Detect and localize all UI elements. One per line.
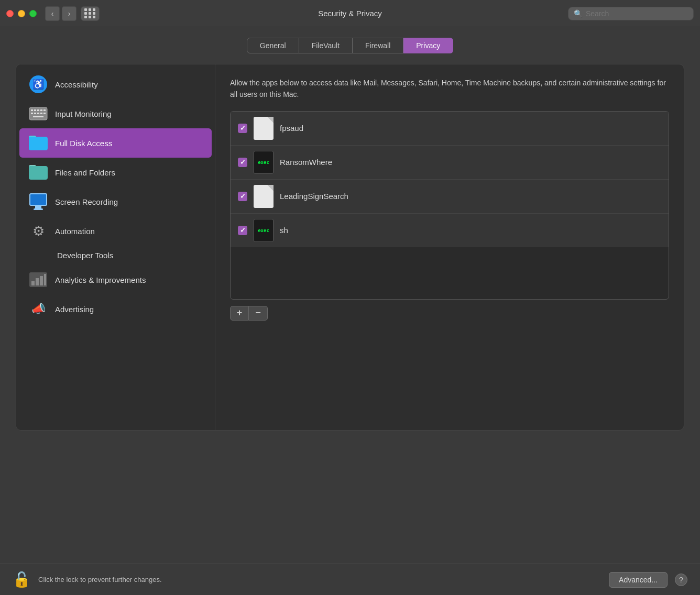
maximize-button[interactable] [29, 10, 37, 17]
window-title: Security & Privacy [318, 9, 382, 18]
keyboard-icon [29, 104, 48, 123]
checkmark-icon: ✓ [240, 192, 246, 200]
svg-rect-4 [40, 109, 42, 111]
sidebar-item-input-monitoring[interactable]: Input Monitoring [19, 99, 212, 128]
tab-firewall[interactable]: Firewall [353, 38, 403, 53]
app-name: LeadingSignSearch [280, 192, 348, 201]
exec-icon: exec [254, 151, 274, 174]
gear-icon: ⚙ [29, 222, 48, 240]
search-box[interactable]: 🔍 [568, 7, 694, 20]
minimize-button[interactable] [18, 10, 25, 17]
folder-blue-icon [29, 134, 48, 152]
app-checkbox-sh[interactable]: ✓ [238, 226, 247, 235]
tab-privacy[interactable]: Privacy [403, 38, 453, 53]
sidebar-item-label: Analytics & Improvements [55, 276, 146, 284]
table-row: ✓ fpsaud [231, 112, 669, 146]
traffic-lights [6, 10, 37, 17]
tab-filevault[interactable]: FileVault [299, 38, 353, 53]
sidebar-item-advertising[interactable]: 📣 Advertising [19, 294, 212, 324]
add-app-button[interactable]: + [230, 306, 249, 321]
nav-buttons: ‹ › [45, 6, 76, 21]
search-input[interactable] [586, 9, 688, 18]
app-checkbox-ransomwhere[interactable]: ✓ [238, 158, 247, 167]
remove-app-button[interactable]: − [249, 306, 268, 321]
svg-rect-16 [44, 274, 46, 285]
lock-text: Click the lock to prevent further change… [38, 576, 601, 583]
svg-rect-14 [36, 278, 39, 285]
sidebar-item-label: Developer Tools [57, 251, 113, 260]
sidebar: ♿ Accessibility [16, 64, 215, 430]
svg-rect-1 [31, 109, 33, 111]
app-name: RansomWhere [280, 158, 332, 167]
tabs-bar: General FileVault Firewall Privacy [16, 38, 684, 53]
sidebar-item-automation[interactable]: ⚙ Automation [19, 216, 212, 246]
advanced-button[interactable]: Advanced... [609, 572, 668, 588]
checkmark-icon: ✓ [240, 226, 246, 234]
grid-button[interactable] [81, 6, 100, 21]
help-button[interactable]: ? [675, 574, 687, 586]
monitor-icon [29, 192, 48, 211]
tab-general[interactable]: General [247, 38, 299, 53]
close-button[interactable] [6, 10, 14, 17]
table-row: ✓ exec RansomWhere [231, 146, 669, 180]
svg-rect-11 [33, 116, 43, 117]
sidebar-item-screen-recording[interactable]: Screen Recording [19, 187, 212, 216]
svg-rect-10 [43, 113, 46, 114]
svg-rect-7 [34, 113, 36, 114]
sidebar-item-files-and-folders[interactable]: Files and Folders [19, 158, 212, 187]
app-checkbox-leadingsignsearch[interactable]: ✓ [238, 192, 247, 201]
analytics-icon [29, 270, 48, 289]
lock-icon[interactable]: 🔓 [13, 571, 31, 588]
svg-rect-2 [34, 109, 36, 111]
main-content: General FileVault Firewall Privacy ♿ Acc… [0, 27, 700, 564]
doc-icon [254, 185, 274, 208]
sidebar-item-label: Files and Folders [55, 168, 115, 177]
exec-icon: exec [254, 219, 274, 242]
sidebar-item-accessibility[interactable]: ♿ Accessibility [19, 70, 212, 99]
sidebar-item-label: Full Disk Access [55, 139, 112, 148]
sidebar-item-label: Screen Recording [55, 197, 118, 206]
sidebar-item-label: Input Monitoring [55, 109, 112, 118]
list-controls: + − [230, 306, 669, 321]
bottom-bar: 🔓 Click the lock to prevent further chan… [0, 564, 700, 595]
settings-panel: ♿ Accessibility [16, 64, 684, 431]
svg-rect-9 [40, 113, 42, 114]
forward-button[interactable]: › [62, 6, 76, 21]
sidebar-item-developer-tools[interactable]: Developer Tools [19, 246, 212, 265]
megaphone-icon: 📣 [29, 300, 48, 318]
sidebar-item-full-disk-access[interactable]: Full Disk Access [19, 128, 212, 158]
doc-icon [254, 117, 274, 140]
sidebar-item-analytics[interactable]: Analytics & Improvements [19, 265, 212, 294]
back-button[interactable]: ‹ [45, 6, 60, 21]
svg-rect-13 [31, 281, 35, 285]
sidebar-item-label: Advertising [55, 305, 94, 314]
app-name: fpsaud [280, 124, 303, 133]
svg-rect-8 [37, 113, 39, 114]
checkmark-icon: ✓ [240, 124, 246, 132]
app-checkbox-fpsaud[interactable]: ✓ [238, 124, 247, 133]
svg-rect-3 [37, 109, 39, 111]
checkmark-icon: ✓ [240, 158, 246, 166]
sidebar-item-label: Accessibility [55, 80, 98, 89]
sidebar-item-label: Automation [55, 227, 95, 236]
app-name: sh [280, 226, 288, 235]
app-list: ✓ fpsaud ✓ exec RansomWhere ✓ [230, 111, 669, 300]
description-text: Allow the apps below to access data like… [230, 77, 669, 101]
search-icon: 🔍 [574, 9, 583, 18]
svg-rect-5 [43, 109, 46, 111]
folder-teal-icon [29, 163, 48, 182]
grid-dots-icon [84, 8, 96, 18]
table-row: ✓ LeadingSignSearch [231, 180, 669, 214]
titlebar: ‹ › Security & Privacy 🔍 [0, 0, 700, 27]
table-row: ✓ exec sh [231, 214, 669, 247]
svg-rect-15 [40, 276, 43, 285]
right-pane: Allow the apps below to access data like… [215, 64, 684, 430]
accessibility-icon: ♿ [29, 75, 48, 94]
svg-rect-6 [31, 113, 33, 114]
